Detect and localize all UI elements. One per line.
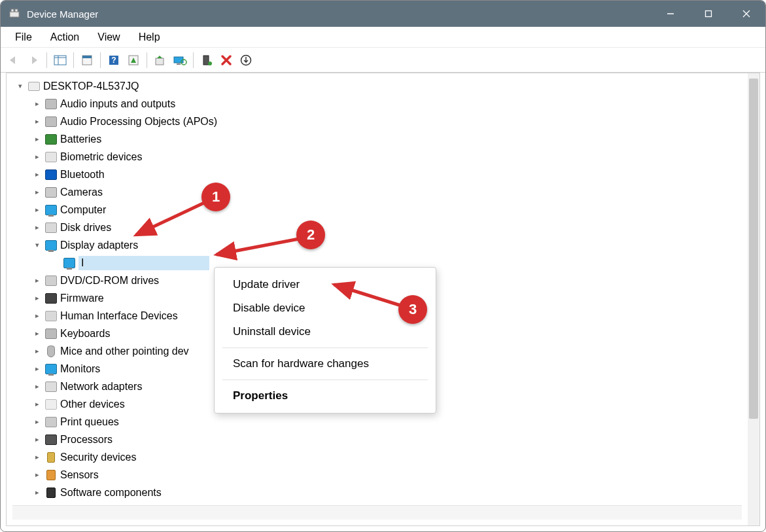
chevron-right-icon[interactable]: ▸ — [31, 169, 43, 181]
context-uninstall-device[interactable]: Uninstall device — [215, 320, 436, 344]
chevron-right-icon[interactable]: ▸ — [31, 399, 43, 410]
help-button[interactable]: ? — [105, 51, 123, 69]
tree-item-display[interactable]: ▾ Display adapters — [9, 236, 748, 254]
tree-item-computer[interactable]: ▸ Computer — [9, 201, 748, 219]
tree-label: I — [78, 256, 209, 270]
update-driver-button[interactable] — [151, 51, 169, 69]
tree-label: Display adapters — [60, 239, 138, 251]
chevron-right-icon[interactable]: ▸ — [31, 222, 43, 234]
tree-item-security[interactable]: ▸ Security devices — [9, 448, 748, 466]
tree-label: Security devices — [60, 452, 137, 463]
chevron-right-icon[interactable]: ▸ — [31, 151, 43, 163]
svg-rect-0 — [10, 12, 19, 17]
hid-icon — [44, 310, 58, 323]
add-legacy-button[interactable] — [237, 51, 255, 69]
network-icon — [44, 380, 58, 393]
tree-label: Human Interface Devices — [60, 310, 178, 322]
tree-item-audio-io[interactable]: ▸ Audio inputs and outputs — [9, 95, 748, 113]
titlebar: Device Manager — [1, 1, 765, 27]
enable-device-button[interactable] — [198, 51, 216, 69]
maximize-button[interactable] — [689, 1, 727, 27]
tree-label: Audio inputs and outputs — [60, 98, 175, 110]
menu-file[interactable]: File — [6, 29, 41, 46]
toolbar: ? — [1, 48, 765, 73]
security-icon — [44, 451, 58, 464]
chevron-right-icon[interactable]: ▸ — [31, 310, 43, 322]
tree-label: Cameras — [60, 186, 103, 198]
chevron-down-icon[interactable]: ▾ — [14, 80, 26, 92]
scrollbar-thumb[interactable] — [749, 79, 758, 419]
chevron-right-icon[interactable]: ▸ — [31, 363, 43, 375]
chevron-right-icon[interactable]: ▸ — [31, 275, 43, 287]
window-title: Device Manager — [27, 9, 652, 20]
chevron-right-icon[interactable]: ▸ — [31, 416, 43, 428]
tree-item-processors[interactable]: ▸ Processors — [9, 431, 748, 448]
tree-label: Monitors — [60, 363, 100, 375]
tree-label: Computer — [60, 204, 106, 216]
uninstall-device-button[interactable] — [217, 51, 235, 69]
actions-button[interactable] — [124, 51, 143, 69]
minimize-button[interactable] — [652, 1, 689, 27]
menu-action[interactable]: Action — [41, 29, 88, 46]
tree-item-bluetooth[interactable]: ▸ Bluetooth — [9, 166, 748, 183]
menu-view[interactable]: View — [88, 29, 129, 46]
chevron-right-icon[interactable]: ▸ — [31, 469, 43, 481]
chevron-down-icon[interactable]: ▾ — [31, 239, 43, 251]
app-icon — [9, 8, 20, 20]
monitor-icon — [44, 204, 58, 217]
chevron-right-icon[interactable]: ▸ — [31, 204, 43, 216]
annotation-arrow-1 — [128, 197, 213, 243]
display-adapter-icon — [44, 239, 58, 252]
printer-icon — [44, 416, 58, 429]
annotation-arrow-2 — [207, 235, 305, 261]
tree-item-sensors[interactable]: ▸ Sensors — [9, 466, 748, 484]
tree-item-cameras[interactable]: ▸ Cameras — [9, 183, 748, 201]
tree-item-audio-apo[interactable]: ▸ Audio Processing Objects (APOs) — [9, 113, 748, 130]
tree-item-print[interactable]: ▸ Print queues — [9, 413, 748, 431]
scan-hardware-button[interactable] — [171, 51, 189, 69]
unknown-device-icon — [44, 398, 58, 411]
context-separator — [222, 347, 428, 348]
firmware-icon — [44, 292, 58, 305]
keyboard-icon — [44, 327, 58, 340]
tree-label: Bluetooth — [60, 169, 105, 181]
chevron-right-icon[interactable]: ▸ — [31, 452, 43, 463]
tree-item-biometric[interactable]: ▸ Biometric devices — [9, 148, 748, 166]
tree-label: Sensors — [60, 469, 99, 481]
chevron-right-icon[interactable]: ▸ — [31, 328, 43, 340]
forward-button[interactable] — [24, 51, 43, 69]
chevron-right-icon[interactable]: ▸ — [31, 98, 43, 110]
tree-label: Mice and other pointing dev — [60, 346, 189, 357]
chevron-right-icon[interactable]: ▸ — [31, 487, 43, 499]
properties-button[interactable] — [78, 51, 96, 69]
tree-label: Firmware — [60, 293, 104, 304]
svg-rect-17 — [177, 63, 181, 65]
close-button[interactable] — [727, 1, 765, 27]
software-icon — [44, 486, 58, 499]
chevron-right-icon[interactable]: ▸ — [31, 133, 43, 145]
tree-item-batteries[interactable]: ▸ Batteries — [9, 130, 748, 148]
chevron-right-icon[interactable]: ▸ — [31, 116, 43, 128]
chevron-right-icon[interactable]: ▸ — [31, 293, 43, 304]
chevron-right-icon[interactable]: ▸ — [31, 434, 43, 446]
menu-help[interactable]: Help — [130, 29, 169, 46]
svg-rect-4 — [706, 11, 712, 17]
tree-label: Biometric devices — [60, 151, 142, 163]
context-scan-hardware[interactable]: Scan for hardware changes — [215, 352, 436, 376]
vertical-scrollbar[interactable] — [748, 73, 759, 525]
tree-root[interactable]: ▾ DESKTOP-4L537JQ — [9, 77, 748, 95]
back-button[interactable] — [5, 51, 23, 69]
tree-label: Other devices — [60, 399, 125, 410]
show-tree-button[interactable] — [51, 51, 69, 69]
tree-label: Network adapters — [60, 381, 142, 393]
tree-item-software[interactable]: ▸ Software components — [9, 484, 748, 501]
chevron-right-icon[interactable]: ▸ — [31, 186, 43, 198]
tree-label: Print queues — [60, 416, 119, 428]
chevron-right-icon[interactable]: ▸ — [31, 381, 43, 393]
tree-label: Processors — [60, 434, 113, 446]
sensor-icon — [44, 469, 58, 482]
chevron-right-icon[interactable]: ▸ — [31, 346, 43, 357]
context-properties[interactable]: Properties — [215, 384, 436, 408]
monitor-icon — [44, 363, 58, 376]
tree-item-disk[interactable]: ▸ Disk drives — [9, 219, 748, 236]
